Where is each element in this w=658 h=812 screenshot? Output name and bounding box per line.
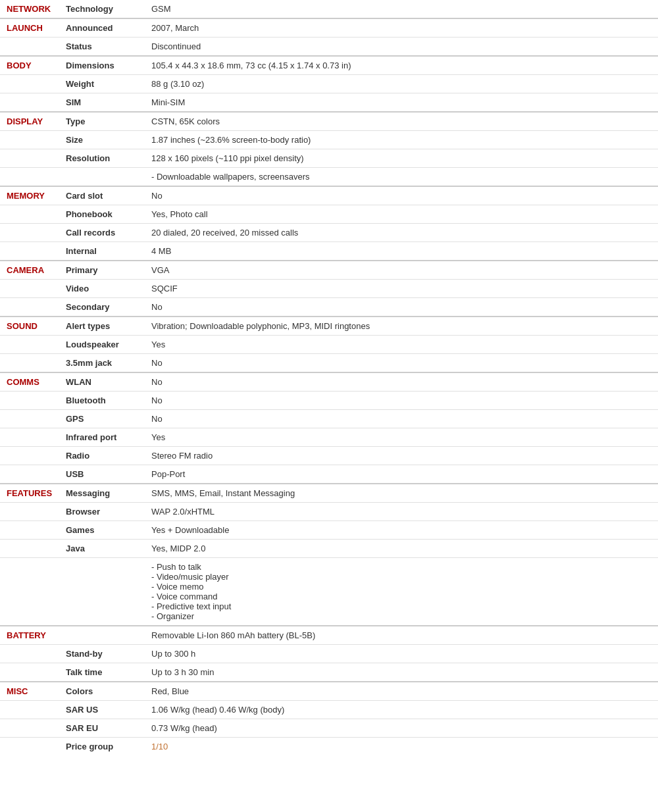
value-cell: Removable Li-Ion 860 mAh battery (BL-5B) bbox=[145, 626, 658, 645]
value-cell: 1.87 inches (~23.6% screen-to-body ratio… bbox=[145, 131, 658, 149]
value-cell[interactable]: 1/10 bbox=[145, 738, 658, 756]
label-cell: Loudspeaker bbox=[59, 336, 145, 354]
category-cell: LAUNCH bbox=[0, 18, 59, 38]
table-row: JavaYes, MIDP 2.0 bbox=[0, 540, 658, 558]
category-cell bbox=[0, 701, 59, 719]
table-row: - Downloadable wallpapers, screensavers bbox=[0, 168, 658, 187]
value-cell: Pop-Port bbox=[145, 465, 658, 484]
category-cell: CAMERA bbox=[0, 261, 59, 280]
value-cell: 1.06 W/kg (head) 0.46 W/kg (body) bbox=[145, 701, 658, 719]
table-row: COMMSWLANNo bbox=[0, 372, 658, 392]
table-row: LoudspeakerYes bbox=[0, 336, 658, 354]
value-cell: Vibration; Downloadable polyphonic, MP3,… bbox=[145, 317, 658, 336]
value-cell: Stereo FM radio bbox=[145, 447, 658, 465]
table-row: Weight88 g (3.10 oz) bbox=[0, 75, 658, 93]
table-row: SAR EU0.73 W/kg (head) bbox=[0, 719, 658, 738]
value-cell: No bbox=[145, 186, 658, 205]
value-cell: Discontinued bbox=[145, 38, 658, 57]
category-cell: MISC bbox=[0, 682, 59, 701]
category-cell bbox=[0, 428, 59, 447]
category-cell bbox=[0, 242, 59, 261]
label-cell: Infrared port bbox=[59, 428, 145, 447]
table-row: Infrared portYes bbox=[0, 428, 658, 447]
table-row: SIMMini-SIM bbox=[0, 93, 658, 113]
value-cell: Yes bbox=[145, 428, 658, 447]
category-cell bbox=[0, 224, 59, 242]
value-cell: - Push to talk- Video/music player- Voic… bbox=[145, 558, 658, 626]
table-row: BATTERYRemovable Li-Ion 860 mAh battery … bbox=[0, 626, 658, 645]
category-cell: SOUND bbox=[0, 317, 59, 336]
category-cell bbox=[0, 738, 59, 756]
category-cell bbox=[0, 131, 59, 149]
table-row: SOUNDAlert typesVibration; Downloadable … bbox=[0, 317, 658, 336]
table-row: DISPLAYTypeCSTN, 65K colors bbox=[0, 112, 658, 131]
price-group-link[interactable]: 1/10 bbox=[151, 742, 168, 751]
category-cell bbox=[0, 392, 59, 410]
label-cell: Alert types bbox=[59, 317, 145, 336]
category-cell bbox=[0, 149, 59, 168]
category-cell bbox=[0, 280, 59, 298]
table-row: GamesYes + Downloadable bbox=[0, 521, 658, 540]
table-row: SAR US1.06 W/kg (head) 0.46 W/kg (body) bbox=[0, 701, 658, 719]
label-cell: 3.5mm jack bbox=[59, 354, 145, 373]
category-cell: NETWORK bbox=[0, 0, 59, 18]
category-cell bbox=[0, 298, 59, 317]
label-cell: USB bbox=[59, 465, 145, 484]
table-row: Stand-byUp to 300 h bbox=[0, 645, 658, 663]
table-row: PhonebookYes, Photo call bbox=[0, 205, 658, 224]
value-cell: CSTN, 65K colors bbox=[145, 112, 658, 131]
label-cell: Call records bbox=[59, 224, 145, 242]
value-cell: No bbox=[145, 298, 658, 317]
label-cell: Technology bbox=[59, 0, 145, 18]
value-cell: - Downloadable wallpapers, screensavers bbox=[145, 168, 658, 187]
label-cell: Radio bbox=[59, 447, 145, 465]
table-row: - Push to talk- Video/music player- Voic… bbox=[0, 558, 658, 626]
label-cell: Phonebook bbox=[59, 205, 145, 224]
value-cell: 2007, March bbox=[145, 18, 658, 38]
value-cell: No bbox=[145, 372, 658, 392]
label-cell: Games bbox=[59, 521, 145, 540]
value-cell: 128 x 160 pixels (~110 ppi pixel density… bbox=[145, 149, 658, 168]
label-cell: Secondary bbox=[59, 298, 145, 317]
table-row: SecondaryNo bbox=[0, 298, 658, 317]
category-cell bbox=[0, 38, 59, 57]
label-cell: Messaging bbox=[59, 484, 145, 503]
table-row: NETWORKTechnologyGSM bbox=[0, 0, 658, 18]
table-row: Size1.87 inches (~23.6% screen-to-body r… bbox=[0, 131, 658, 149]
label-cell: GPS bbox=[59, 410, 145, 428]
table-row: Internal4 MB bbox=[0, 242, 658, 261]
label-cell: Card slot bbox=[59, 186, 145, 205]
category-cell: BODY bbox=[0, 56, 59, 75]
category-cell bbox=[0, 521, 59, 540]
value-cell: 0.73 W/kg (head) bbox=[145, 719, 658, 738]
value-cell: No bbox=[145, 410, 658, 428]
spec-table: NETWORKTechnologyGSMLAUNCHAnnounced2007,… bbox=[0, 0, 658, 755]
category-cell: BATTERY bbox=[0, 626, 59, 645]
value-cell: 105.4 x 44.3 x 18.6 mm, 73 cc (4.15 x 1.… bbox=[145, 56, 658, 75]
table-row: FEATURESMessagingSMS, MMS, Email, Instan… bbox=[0, 484, 658, 503]
category-cell bbox=[0, 447, 59, 465]
value-cell: Yes, MIDP 2.0 bbox=[145, 540, 658, 558]
value-cell: SQCIF bbox=[145, 280, 658, 298]
category-cell bbox=[0, 719, 59, 738]
label-cell: SAR EU bbox=[59, 719, 145, 738]
label-cell: Resolution bbox=[59, 149, 145, 168]
table-row: VideoSQCIF bbox=[0, 280, 658, 298]
category-cell bbox=[0, 540, 59, 558]
value-cell: No bbox=[145, 392, 658, 410]
value-cell: 4 MB bbox=[145, 242, 658, 261]
label-cell: Internal bbox=[59, 242, 145, 261]
value-cell: VGA bbox=[145, 261, 658, 280]
category-cell: MEMORY bbox=[0, 186, 59, 205]
table-row: RadioStereo FM radio bbox=[0, 447, 658, 465]
category-cell bbox=[0, 465, 59, 484]
label-cell: Announced bbox=[59, 18, 145, 38]
category-cell bbox=[0, 75, 59, 93]
label-cell: Primary bbox=[59, 261, 145, 280]
label-cell: Bluetooth bbox=[59, 392, 145, 410]
value-cell: Mini-SIM bbox=[145, 93, 658, 113]
category-cell: FEATURES bbox=[0, 484, 59, 503]
value-cell: Yes bbox=[145, 336, 658, 354]
value-cell: Red, Blue bbox=[145, 682, 658, 701]
label-cell: Status bbox=[59, 38, 145, 57]
